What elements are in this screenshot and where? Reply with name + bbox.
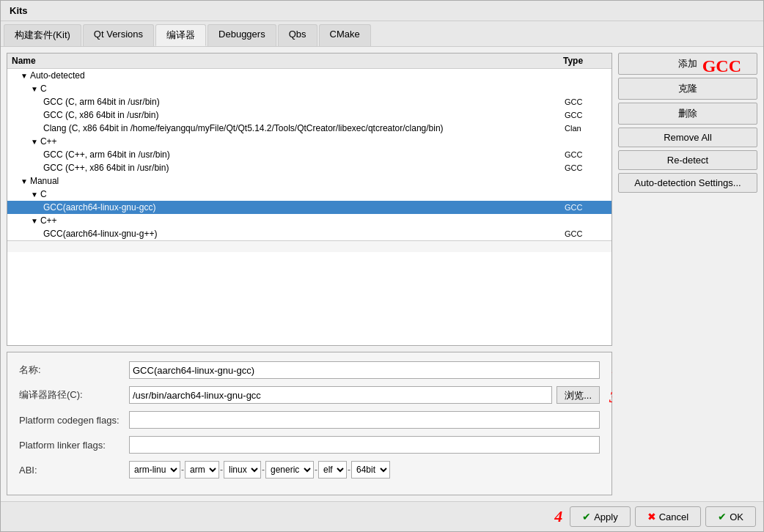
platform-linker-row: Platform linker flags: bbox=[19, 436, 600, 454]
name-row: 名称: 2 bbox=[19, 361, 600, 379]
row-type: GCC bbox=[565, 150, 609, 159]
apply-label: Apply bbox=[594, 511, 618, 522]
row-label: GCC(aarch64-linux-gnu-g++) bbox=[43, 229, 157, 239]
delete-button[interactable]: 删除 bbox=[618, 103, 757, 125]
main-content: Name Type ▼Auto-detected ▼C GCC (C, arm … bbox=[1, 47, 763, 501]
annotation-4: 4 bbox=[554, 507, 562, 526]
name-input[interactable] bbox=[129, 361, 600, 379]
row-label: C bbox=[40, 189, 47, 199]
row-label: GCC (C++, x86 64bit in /usr/bin) bbox=[43, 163, 169, 173]
ok-button[interactable]: ✔ OK bbox=[705, 506, 756, 527]
cancel-button[interactable]: ✖ Cancel bbox=[635, 506, 701, 527]
apply-button[interactable]: ✔ Apply bbox=[570, 506, 631, 527]
row-type: GCC bbox=[565, 97, 609, 106]
tree-row[interactable]: GCC (C, x86 64bit in /usr/bin) GCC bbox=[7, 108, 611, 122]
left-panel: Name Type ▼Auto-detected ▼C GCC (C, arm … bbox=[7, 53, 612, 495]
abi-sep-5: - bbox=[348, 465, 350, 475]
tree-row[interactable]: GCC(aarch64-linux-gnu-g++) GCC bbox=[7, 227, 611, 240]
row-label: Auto-detected bbox=[30, 70, 85, 81]
tree-row[interactable]: GCC (C++, arm 64bit in /usr/bin) GCC bbox=[7, 148, 611, 161]
arrow-icon: ▼ bbox=[21, 72, 28, 80]
annotation-3: 3 bbox=[609, 388, 612, 407]
row-label: Manual bbox=[30, 176, 59, 186]
re-detect-button[interactable]: Re-detect bbox=[618, 150, 757, 170]
abi-sep-3: - bbox=[262, 465, 265, 475]
row-type: GCC bbox=[565, 163, 609, 172]
compiler-tree[interactable]: Name Type ▼Auto-detected ▼C GCC (C, arm … bbox=[7, 53, 612, 346]
bottom-bar: 4 ✔ Apply ✖ Cancel ✔ OK bbox=[1, 501, 763, 531]
row-type: GCC bbox=[565, 203, 609, 212]
auto-detection-settings-button[interactable]: Auto-detection Settings... bbox=[618, 173, 757, 193]
tree-header: Name Type bbox=[7, 53, 611, 69]
cancel-icon: ✖ bbox=[647, 511, 656, 522]
row-label: Clang (C, x86 64bit in /home/feiyangqu/m… bbox=[43, 123, 444, 133]
dialog-title: Kits bbox=[1, 1, 763, 21]
row-label: GCC (C, arm 64bit in /usr/bin) bbox=[43, 97, 160, 107]
dialog-body: 构建套件(Kit) Qt Versions 编译器 Debuggers Qbs … bbox=[1, 21, 763, 501]
tab-kit[interactable]: 构建套件(Kit) bbox=[4, 24, 81, 46]
platform-linker-label: Platform linker flags: bbox=[19, 440, 129, 451]
abi-sep-2: - bbox=[220, 465, 223, 475]
abi-sep-1: - bbox=[181, 465, 184, 475]
row-label: C bbox=[40, 84, 47, 94]
right-panel: 添加 克隆 删除 Remove All Re-detect Auto-detec… bbox=[618, 53, 757, 495]
arrow-icon: ▼ bbox=[31, 191, 38, 199]
compiler-path-label: 编译器路径(C): bbox=[19, 388, 129, 402]
abi-format-select[interactable]: elf bbox=[318, 461, 347, 479]
tree-row[interactable]: GCC (C++, x86 64bit in /usr/bin) GCC bbox=[7, 161, 611, 174]
abi-sep-4: - bbox=[315, 465, 317, 475]
compiler-path-input[interactable] bbox=[129, 386, 552, 404]
row-label: GCC (C++, arm 64bit in /usr/bin) bbox=[43, 149, 170, 160]
tree-row[interactable]: ▼C++ bbox=[7, 135, 611, 148]
ok-label: OK bbox=[730, 511, 743, 522]
tree-col-type: Type bbox=[563, 56, 607, 66]
platform-codegen-label: Platform codegen flags: bbox=[19, 415, 129, 426]
compiler-path-row: 编译器路径(C): 浏览... 3 bbox=[19, 386, 600, 404]
kits-dialog: Kits 构建套件(Kit) Qt Versions 编译器 Debuggers… bbox=[0, 0, 764, 532]
tab-qbs[interactable]: Qbs bbox=[278, 24, 317, 46]
browse-button[interactable]: 浏览... bbox=[557, 386, 600, 404]
tab-debuggers[interactable]: Debuggers bbox=[207, 24, 276, 46]
platform-codegen-row: Platform codegen flags: bbox=[19, 411, 600, 429]
add-button[interactable]: 添加 bbox=[618, 53, 757, 75]
platform-codegen-input[interactable] bbox=[129, 411, 600, 429]
remove-all-button[interactable]: Remove All bbox=[618, 128, 757, 147]
platform-linker-input[interactable] bbox=[129, 436, 600, 454]
ok-icon: ✔ bbox=[718, 511, 727, 522]
abi-arch-select[interactable]: arm-linu bbox=[129, 461, 180, 479]
abi-bits-select[interactable]: 64bit bbox=[351, 461, 390, 479]
arrow-icon: ▼ bbox=[31, 138, 38, 146]
row-type: Clan bbox=[565, 124, 609, 133]
tree-row[interactable]: ▼Auto-detected bbox=[7, 69, 611, 82]
row-label: GCC(aarch64-linux-gnu-gcc) bbox=[43, 202, 155, 213]
row-type: GCC bbox=[565, 111, 609, 119]
row-type: GCC bbox=[565, 229, 609, 238]
abi-label: ABI: bbox=[19, 465, 129, 476]
tree-row[interactable]: ▼C bbox=[7, 82, 611, 95]
abi-os-select[interactable]: linux bbox=[224, 461, 261, 479]
horizontal-scrollbar[interactable] bbox=[7, 240, 611, 252]
tab-compiler[interactable]: 编译器 bbox=[155, 24, 206, 46]
tree-row[interactable]: GCC (C, arm 64bit in /usr/bin) GCC bbox=[7, 95, 611, 108]
abi-flavor-select[interactable]: generic bbox=[265, 461, 314, 479]
arrow-icon: ▼ bbox=[31, 217, 38, 225]
row-label: C++ bbox=[40, 215, 57, 226]
clone-button[interactable]: 克隆 bbox=[618, 78, 757, 100]
row-label: C++ bbox=[40, 136, 57, 147]
abi-row: ABI: arm-linu - arm - linux bbox=[19, 461, 600, 479]
row-label: GCC (C, x86 64bit in /usr/bin) bbox=[43, 110, 158, 120]
tree-row[interactable]: Clang (C, x86 64bit in /home/feiyangqu/m… bbox=[7, 122, 611, 135]
name-label: 名称: bbox=[19, 363, 129, 377]
details-panel: 名称: 2 编译器路径(C): 浏览... 3 bbox=[7, 352, 612, 495]
tree-row-selected[interactable]: GCC(aarch64-linux-gnu-gcc) GCC bbox=[7, 201, 611, 214]
tree-row[interactable]: ▼C bbox=[7, 188, 611, 201]
arrow-icon: ▼ bbox=[21, 177, 28, 185]
tree-row[interactable]: ▼C++ bbox=[7, 214, 611, 227]
abi-part2-select[interactable]: arm bbox=[185, 461, 219, 479]
tab-bar: 构建套件(Kit) Qt Versions 编译器 Debuggers Qbs … bbox=[1, 21, 763, 47]
apply-icon: ✔ bbox=[582, 511, 591, 522]
abi-selects: arm-linu - arm - linux - bbox=[129, 461, 390, 479]
tab-qt-versions[interactable]: Qt Versions bbox=[83, 24, 154, 46]
tree-row[interactable]: ▼Manual bbox=[7, 174, 611, 188]
tab-cmake[interactable]: CMake bbox=[319, 24, 371, 46]
